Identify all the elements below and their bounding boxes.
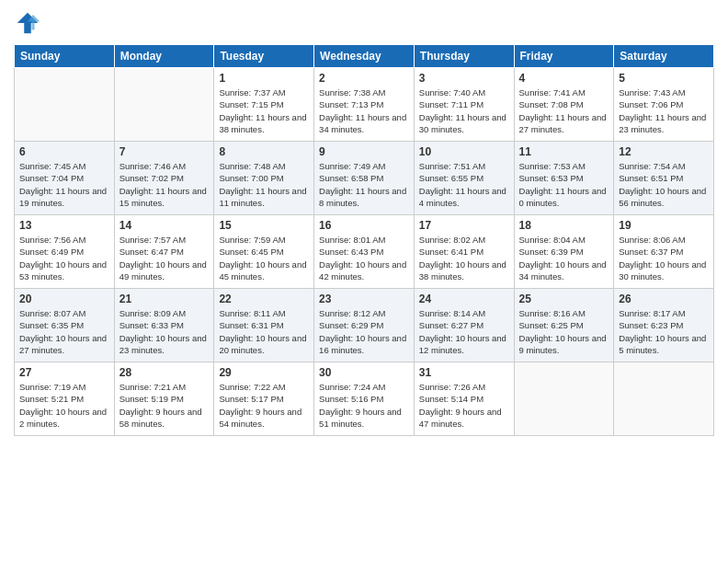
calendar-cell: 30Sunrise: 7:24 AM Sunset: 5:16 PM Dayli…: [314, 362, 415, 436]
calendar-cell: 6Sunrise: 7:45 AM Sunset: 7:04 PM Daylig…: [15, 142, 115, 215]
logo-icon: [14, 9, 41, 37]
cell-info: Sunrise: 8:14 AM Sunset: 6:27 PM Dayligh…: [419, 307, 509, 356]
calendar-cell: 27Sunrise: 7:19 AM Sunset: 5:21 PM Dayli…: [15, 362, 115, 436]
cell-info: Sunrise: 7:57 AM Sunset: 6:47 PM Dayligh…: [119, 234, 210, 282]
day-number: 18: [519, 219, 609, 232]
day-number: 28: [119, 366, 210, 379]
calendar-cell: 20Sunrise: 8:07 AM Sunset: 6:35 PM Dayli…: [15, 289, 115, 362]
cell-info: Sunrise: 7:46 AM Sunset: 7:02 PM Dayligh…: [119, 160, 210, 209]
day-number: 22: [219, 293, 309, 305]
day-header-saturday: Saturday: [614, 45, 714, 68]
day-number: 19: [619, 219, 709, 232]
cell-info: Sunrise: 7:19 AM Sunset: 5:21 PM Dayligh…: [19, 381, 109, 430]
day-number: 16: [319, 219, 409, 232]
day-number: 26: [619, 293, 709, 305]
calendar-cell: 16Sunrise: 8:01 AM Sunset: 6:43 PM Dayli…: [314, 215, 415, 289]
day-number: 1: [219, 72, 309, 85]
calendar-cell: 23Sunrise: 8:12 AM Sunset: 6:29 PM Dayli…: [314, 289, 415, 362]
calendar-cell: 21Sunrise: 8:09 AM Sunset: 6:33 PM Dayli…: [114, 289, 214, 362]
cell-info: Sunrise: 8:16 AM Sunset: 6:25 PM Dayligh…: [519, 307, 609, 356]
cell-info: Sunrise: 8:17 AM Sunset: 6:23 PM Dayligh…: [619, 307, 709, 356]
calendar-cell: 17Sunrise: 8:02 AM Sunset: 6:41 PM Dayli…: [414, 215, 514, 289]
day-number: 6: [19, 145, 109, 158]
day-header-sunday: Sunday: [15, 45, 115, 68]
cell-info: Sunrise: 7:56 AM Sunset: 6:49 PM Dayligh…: [19, 234, 109, 282]
week-row-5: 27Sunrise: 7:19 AM Sunset: 5:21 PM Dayli…: [15, 362, 714, 436]
header: [14, 9, 714, 37]
day-number: 27: [19, 366, 109, 379]
calendar-cell: 4Sunrise: 7:41 AM Sunset: 7:08 PM Daylig…: [514, 68, 614, 142]
day-header-tuesday: Tuesday: [214, 45, 314, 68]
calendar-cell: 2Sunrise: 7:38 AM Sunset: 7:13 PM Daylig…: [314, 68, 415, 142]
cell-info: Sunrise: 8:12 AM Sunset: 6:29 PM Dayligh…: [319, 307, 409, 356]
cell-info: Sunrise: 7:49 AM Sunset: 6:58 PM Dayligh…: [319, 160, 409, 209]
cell-info: Sunrise: 7:53 AM Sunset: 6:53 PM Dayligh…: [519, 160, 609, 209]
day-header-friday: Friday: [514, 45, 614, 68]
day-number: 30: [319, 366, 409, 379]
calendar-cell: 22Sunrise: 8:11 AM Sunset: 6:31 PM Dayli…: [214, 289, 314, 362]
calendar-cell: 25Sunrise: 8:16 AM Sunset: 6:25 PM Dayli…: [514, 289, 614, 362]
calendar-cell: [514, 362, 614, 436]
calendar-cell: 15Sunrise: 7:59 AM Sunset: 6:45 PM Dayli…: [214, 215, 314, 289]
calendar-cell: 28Sunrise: 7:21 AM Sunset: 5:19 PM Dayli…: [114, 362, 214, 436]
cell-info: Sunrise: 7:38 AM Sunset: 7:13 PM Dayligh…: [319, 86, 409, 135]
cell-info: Sunrise: 8:07 AM Sunset: 6:35 PM Dayligh…: [19, 307, 109, 356]
day-number: 24: [419, 293, 509, 305]
calendar-cell: 14Sunrise: 7:57 AM Sunset: 6:47 PM Dayli…: [114, 215, 214, 289]
day-number: 23: [319, 293, 409, 305]
day-number: 8: [219, 145, 309, 158]
day-header-wednesday: Wednesday: [314, 45, 415, 68]
cell-info: Sunrise: 7:37 AM Sunset: 7:15 PM Dayligh…: [219, 86, 309, 135]
day-number: 2: [319, 72, 409, 85]
calendar-cell: [15, 68, 115, 142]
day-number: 10: [419, 145, 509, 158]
calendar-cell: 3Sunrise: 7:40 AM Sunset: 7:11 PM Daylig…: [414, 68, 514, 142]
day-number: 13: [19, 219, 109, 232]
cell-info: Sunrise: 7:22 AM Sunset: 5:17 PM Dayligh…: [219, 381, 309, 430]
week-row-1: 1Sunrise: 7:37 AM Sunset: 7:15 PM Daylig…: [15, 68, 714, 142]
cell-info: Sunrise: 7:24 AM Sunset: 5:16 PM Dayligh…: [319, 381, 409, 430]
cell-info: Sunrise: 8:02 AM Sunset: 6:41 PM Dayligh…: [419, 234, 509, 282]
cell-info: Sunrise: 8:06 AM Sunset: 6:37 PM Dayligh…: [619, 234, 709, 282]
day-header-thursday: Thursday: [414, 45, 514, 68]
calendar-cell: 8Sunrise: 7:48 AM Sunset: 7:00 PM Daylig…: [214, 142, 314, 215]
day-number: 25: [519, 293, 609, 305]
calendar-cell: 26Sunrise: 8:17 AM Sunset: 6:23 PM Dayli…: [614, 289, 714, 362]
cell-info: Sunrise: 7:43 AM Sunset: 7:06 PM Dayligh…: [619, 86, 709, 135]
day-number: 14: [119, 219, 210, 232]
calendar-cell: 9Sunrise: 7:49 AM Sunset: 6:58 PM Daylig…: [314, 142, 415, 215]
calendar-cell: [614, 362, 714, 436]
calendar-cell: [114, 68, 214, 142]
logo: [14, 9, 45, 37]
calendar-cell: 13Sunrise: 7:56 AM Sunset: 6:49 PM Dayli…: [15, 215, 115, 289]
cell-info: Sunrise: 7:26 AM Sunset: 5:14 PM Dayligh…: [419, 381, 509, 430]
svg-marker-0: [17, 13, 39, 34]
week-row-2: 6Sunrise: 7:45 AM Sunset: 7:04 PM Daylig…: [15, 142, 714, 215]
cell-info: Sunrise: 7:54 AM Sunset: 6:51 PM Dayligh…: [619, 160, 709, 209]
day-number: 11: [519, 145, 609, 158]
calendar-cell: 24Sunrise: 8:14 AM Sunset: 6:27 PM Dayli…: [414, 289, 514, 362]
cell-info: Sunrise: 7:40 AM Sunset: 7:11 PM Dayligh…: [419, 86, 509, 135]
day-number: 3: [419, 72, 509, 85]
calendar-cell: 10Sunrise: 7:51 AM Sunset: 6:55 PM Dayli…: [414, 142, 514, 215]
cell-info: Sunrise: 8:04 AM Sunset: 6:39 PM Dayligh…: [519, 234, 609, 282]
calendar-cell: 29Sunrise: 7:22 AM Sunset: 5:17 PM Dayli…: [214, 362, 314, 436]
calendar-cell: 1Sunrise: 7:37 AM Sunset: 7:15 PM Daylig…: [214, 68, 314, 142]
calendar-cell: 11Sunrise: 7:53 AM Sunset: 6:53 PM Dayli…: [514, 142, 614, 215]
cell-info: Sunrise: 8:01 AM Sunset: 6:43 PM Dayligh…: [319, 234, 409, 282]
day-number: 20: [19, 293, 109, 305]
day-number: 29: [219, 366, 309, 379]
calendar-cell: 5Sunrise: 7:43 AM Sunset: 7:06 PM Daylig…: [614, 68, 714, 142]
cell-info: Sunrise: 7:21 AM Sunset: 5:19 PM Dayligh…: [119, 381, 210, 430]
day-number: 15: [219, 219, 309, 232]
day-number: 9: [319, 145, 409, 158]
day-number: 21: [119, 293, 210, 305]
calendar-page: SundayMondayTuesdayWednesdayThursdayFrid…: [0, 0, 728, 563]
calendar-cell: 18Sunrise: 8:04 AM Sunset: 6:39 PM Dayli…: [514, 215, 614, 289]
day-number: 12: [619, 145, 709, 158]
cell-info: Sunrise: 7:45 AM Sunset: 7:04 PM Dayligh…: [19, 160, 109, 209]
day-number: 4: [519, 72, 609, 85]
cell-info: Sunrise: 7:59 AM Sunset: 6:45 PM Dayligh…: [219, 234, 309, 282]
calendar-table: SundayMondayTuesdayWednesdayThursdayFrid…: [14, 44, 714, 436]
header-row: SundayMondayTuesdayWednesdayThursdayFrid…: [15, 45, 714, 68]
